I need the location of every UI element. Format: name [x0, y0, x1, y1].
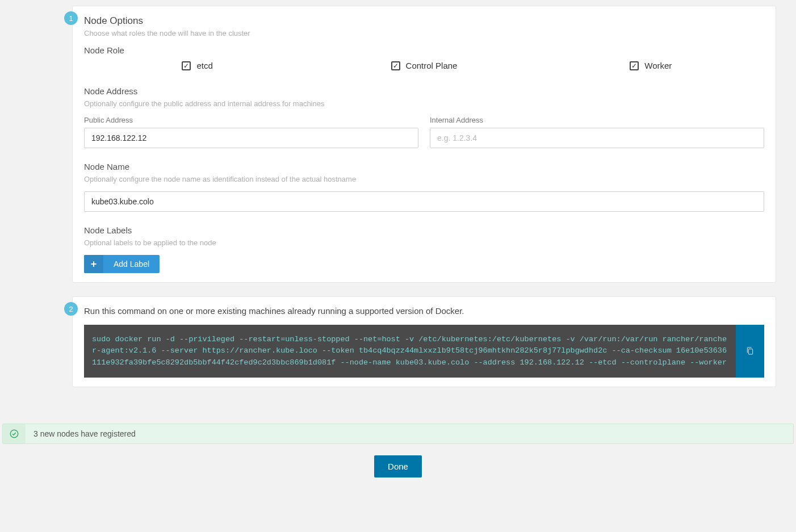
notification-bar: 3 new nodes have registered [2, 424, 794, 444]
node-name-field [84, 191, 764, 212]
public-address-field: Public Address [84, 116, 418, 148]
node-options-box: Node Options Choose what roles the node … [72, 6, 776, 283]
internal-address-input[interactable] [430, 128, 764, 148]
add-label-button[interactable]: + Add Label [84, 255, 160, 273]
node-options-desc: Choose what roles the node will have in … [84, 29, 764, 37]
node-name-input[interactable] [84, 191, 764, 212]
public-address-label: Public Address [84, 116, 418, 124]
node-name-row [84, 191, 764, 212]
node-labels-desc: Optional labels to be applied to the nod… [84, 238, 764, 247]
success-icon [3, 424, 26, 443]
public-address-input[interactable] [84, 128, 418, 148]
done-row: Done [0, 455, 796, 477]
role-control-plane[interactable]: ✓ Control Plane [311, 61, 537, 70]
node-address-title: Node Address [84, 86, 764, 96]
step-command: 2 Run this command on one or more existi… [20, 296, 776, 387]
role-etcd[interactable]: ✓ etcd [84, 61, 311, 70]
internal-address-label: Internal Address [430, 116, 764, 124]
checkbox-icon[interactable]: ✓ [182, 61, 191, 70]
checkbox-icon[interactable]: ✓ [391, 61, 400, 70]
copy-button[interactable] [736, 325, 764, 378]
done-button[interactable]: Done [374, 455, 422, 477]
add-label-text: Add Label [103, 259, 160, 269]
internal-address-field: Internal Address [430, 116, 764, 148]
role-control-plane-label: Control Plane [406, 61, 458, 70]
code-block: sudo docker run -d --privileged --restar… [84, 325, 764, 378]
notification-message: 3 new nodes have registered [26, 429, 144, 438]
role-worker-label: Worker [644, 61, 672, 70]
address-row: Public Address Internal Address [84, 116, 764, 148]
command-box: Run this command on one or more existing… [72, 296, 776, 387]
step-number-2: 2 [64, 302, 78, 316]
node-address-desc: Optionally configure the public address … [84, 99, 764, 108]
clipboard-icon [745, 346, 755, 355]
role-worker[interactable]: ✓ Worker [538, 61, 764, 70]
svg-rect-0 [748, 349, 752, 354]
node-role-title: Node Role [84, 45, 764, 55]
step-number-1: 1 [64, 11, 78, 25]
node-name-title: Node Name [84, 162, 764, 171]
command-content[interactable]: sudo docker run -d --privileged --restar… [84, 325, 736, 378]
checkbox-icon[interactable]: ✓ [630, 61, 639, 70]
role-etcd-label: etcd [196, 61, 212, 70]
command-instruction: Run this command on one or more existing… [84, 306, 764, 316]
step-node-options: 1 Node Options Choose what roles the nod… [20, 6, 776, 283]
node-name-desc: Optionally configure the node name as id… [84, 175, 764, 183]
node-options-title: Node Options [84, 15, 764, 27]
node-labels-title: Node Labels [84, 225, 764, 235]
plus-icon: + [84, 255, 103, 273]
node-role-row: ✓ etcd ✓ Control Plane ✓ Worker [84, 61, 764, 70]
